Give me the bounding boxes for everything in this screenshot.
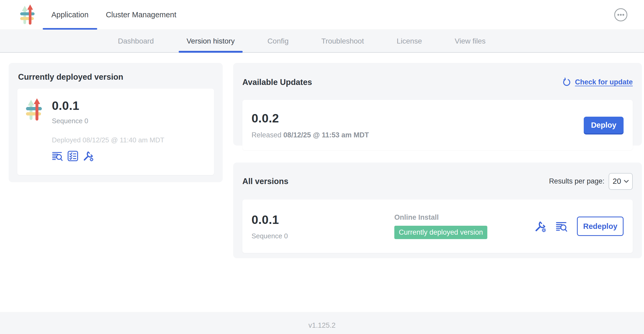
preflight-checks-button[interactable] <box>67 150 78 161</box>
top-nav-tabs: Application Cluster Management <box>43 0 185 29</box>
top-nav-bar: Application Cluster Management <box>0 0 644 30</box>
sub-tab-label: License <box>397 37 422 45</box>
currently-deployed-title: Currently deployed version <box>18 72 214 82</box>
overflow-menu-button[interactable] <box>614 8 628 22</box>
update-released-line: Released 08/12/25 @ 11:53 am MDT <box>252 131 369 139</box>
release-notes-icon <box>52 150 63 161</box>
update-version-number: 0.0.2 <box>252 111 369 125</box>
refresh-icon <box>562 78 571 87</box>
release-notes-button[interactable] <box>52 150 63 161</box>
version-row: 0.0.1 Sequence 0 Online Install Currentl… <box>242 200 633 253</box>
view-config-button[interactable] <box>83 150 94 161</box>
released-date: 08/12/25 @ 11:53 am MDT <box>283 131 369 139</box>
redeploy-button[interactable]: Redeploy <box>577 217 624 236</box>
sub-tab-label: Config <box>268 37 289 45</box>
ellipsis-icon <box>614 8 628 22</box>
release-notes-icon <box>556 220 567 232</box>
app-sub-nav: Dashboard Version history Config Trouble… <box>0 30 644 53</box>
deploy-button[interactable]: Deploy <box>584 117 624 133</box>
config-wrench-icon <box>534 220 546 232</box>
tab-config[interactable]: Config <box>260 30 297 52</box>
row-version-number: 0.0.1 <box>252 213 394 227</box>
row-sequence-label: Sequence 0 <box>252 232 394 240</box>
deployed-version-actions <box>52 150 164 161</box>
sub-tab-label: Version history <box>187 37 235 45</box>
all-versions-title: All versions <box>242 177 288 186</box>
edit-config-button[interactable] <box>534 220 546 232</box>
results-per-page-value: 20 <box>613 177 621 186</box>
sub-tab-label: Troubleshoot <box>321 37 364 45</box>
tab-dashboard[interactable]: Dashboard <box>110 30 162 52</box>
all-versions-section: All versions Results per page: 20 0.0.1 … <box>233 163 642 258</box>
tab-version-history[interactable]: Version history <box>179 30 243 52</box>
currently-deployed-section: Currently deployed version 0.0.1 Sequenc… <box>9 63 223 182</box>
console-version-label: v1.125.2 <box>308 321 336 329</box>
results-per-page-select[interactable]: 20 <box>609 173 633 190</box>
check-for-update-link[interactable]: Check for update <box>562 78 633 87</box>
available-updates-section: Available Updates Check for update 0.0.2… <box>233 63 642 146</box>
check-for-update-label: Check for update <box>575 78 633 86</box>
top-tab-label: Cluster Management <box>106 10 176 19</box>
top-tab-application[interactable]: Application <box>43 0 97 29</box>
deployed-timestamp: Deployed 08/12/25 @ 11:40 am MDT <box>52 136 164 144</box>
top-tab-cluster-management[interactable]: Cluster Management <box>97 0 185 29</box>
app-logo-icon <box>20 4 35 25</box>
config-wrench-icon <box>83 150 94 161</box>
tab-troubleshoot[interactable]: Troubleshoot <box>314 30 372 52</box>
tab-view-files[interactable]: View files <box>447 30 493 52</box>
deployed-version-number: 0.0.1 <box>52 99 164 113</box>
currently-deployed-badge: Currently deployed version <box>394 226 487 239</box>
active-tab-underline <box>43 28 97 30</box>
available-update-row: 0.0.2 Released 08/12/25 @ 11:53 am MDT D… <box>242 100 633 150</box>
top-tab-label: Application <box>51 10 89 19</box>
tab-license[interactable]: License <box>389 30 430 52</box>
active-tab-underline <box>179 51 243 53</box>
results-per-page-label: Results per page: <box>549 177 604 185</box>
released-prefix: Released <box>252 131 283 139</box>
sub-tab-label: Dashboard <box>118 37 154 45</box>
release-notes-button[interactable] <box>556 220 567 232</box>
available-updates-title: Available Updates <box>242 78 312 87</box>
deployed-sequence-label: Sequence 0 <box>52 117 164 125</box>
app-logo-icon <box>26 98 42 121</box>
chevron-down-icon <box>624 180 629 183</box>
sub-tab-label: View files <box>455 37 485 45</box>
page-footer: v1.125.2 <box>0 312 644 334</box>
install-type-label: Online Install <box>394 213 439 222</box>
preflight-checks-icon <box>67 150 78 161</box>
currently-deployed-card: 0.0.1 Sequence 0 Deployed 08/12/25 @ 11:… <box>17 89 214 175</box>
